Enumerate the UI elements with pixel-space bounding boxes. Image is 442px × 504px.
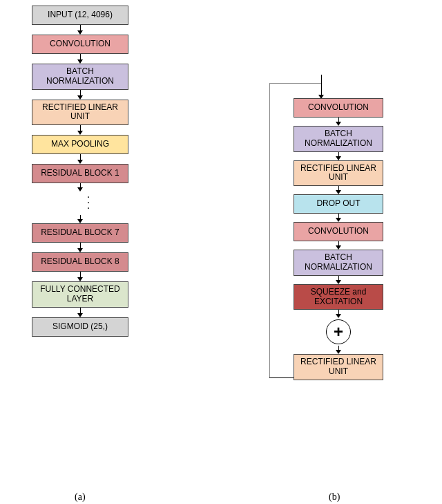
block-sigmoid: SIGMOID (25,) [32,317,128,337]
block-residual-8: RESIDUAL BLOCK 8 [32,252,128,272]
vertical-ellipsis-icon: ··· [87,192,90,215]
block-relu: RECTIFIED LINEAR UNIT [294,354,383,380]
column-a: INPUT (12, 4096) CONVOLUTION BATCH NORMA… [18,6,142,337]
skip-line-vertical [269,83,270,377]
block-max-pooling: MAX POOLING [32,135,128,154]
block-residual-1: RESIDUAL BLOCK 1 [32,164,128,183]
block-batch-norm: BATCH NORMALIZATION [32,64,128,90]
block-convolution: CONVOLUTION [32,35,128,54]
column-b: CONVOLUTION BATCH NORMALIZATION RECTIFIE… [276,75,401,380]
block-convolution: CONVOLUTION [294,98,383,118]
block-input: INPUT (12, 4096) [32,6,128,25]
caption-a: (a) [75,492,86,503]
block-batch-norm: BATCH NORMALIZATION [294,250,383,276]
add-node-icon: + [326,319,351,344]
block-dropout: DROP OUT [294,194,383,214]
block-relu: RECTIFIED LINEAR UNIT [32,100,128,126]
block-residual-7: RESIDUAL BLOCK 7 [32,223,128,243]
caption-b: (b) [329,492,340,503]
block-relu: RECTIFIED LINEAR UNIT [294,160,383,187]
block-batch-norm: BATCH NORMALIZATION [294,126,383,152]
diagram-canvas: INPUT (12, 4096) CONVOLUTION BATCH NORMA… [0,0,442,504]
block-squeeze-excitation: SQUEEZE and EXCITATION [294,284,383,310]
block-convolution: CONVOLUTION [294,222,383,241]
block-fully-connected: FULLY CONNECTED LAYER [32,281,128,308]
